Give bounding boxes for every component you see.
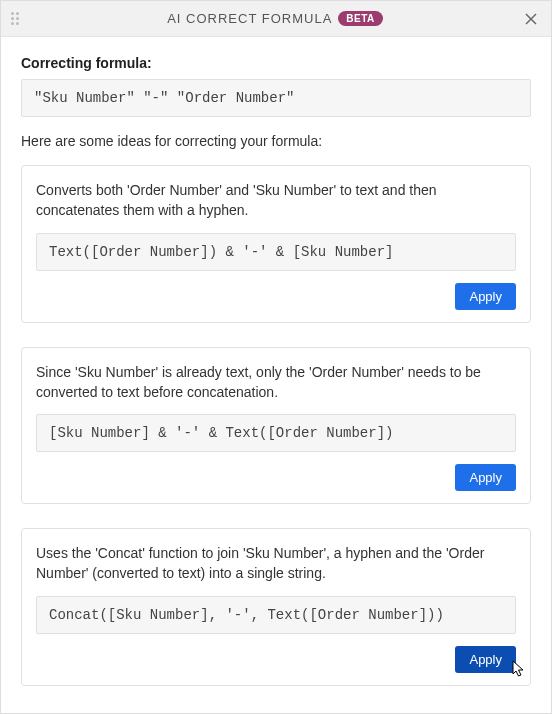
apply-button[interactable]: Apply xyxy=(455,646,516,673)
apply-button[interactable]: Apply xyxy=(455,464,516,491)
original-formula-box: "Sku Number" "-" "Order Number" xyxy=(21,79,531,117)
panel-content: Correcting formula: "Sku Number" "-" "Or… xyxy=(1,37,551,713)
suggestion-description: Converts both 'Order Number' and 'Sku Nu… xyxy=(36,180,516,221)
suggestion-formula: [Sku Number] & '-' & Text([Order Number]… xyxy=(36,414,516,452)
suggestion-formula: Concat([Sku Number], '-', Text([Order Nu… xyxy=(36,596,516,634)
header-title-wrap: AI CORRECT FORMULA BETA xyxy=(29,11,521,26)
suggestion-card: Converts both 'Order Number' and 'Sku Nu… xyxy=(21,165,531,323)
suggestion-description: Since 'Sku Number' is already text, only… xyxy=(36,362,516,403)
drag-handle-icon[interactable] xyxy=(11,12,21,26)
panel-title: AI CORRECT FORMULA xyxy=(167,11,332,26)
suggestion-card: Since 'Sku Number' is already text, only… xyxy=(21,347,531,505)
apply-button[interactable]: Apply xyxy=(455,283,516,310)
suggestion-description: Uses the 'Concat' function to join 'Sku … xyxy=(36,543,516,584)
ai-correct-formula-panel: AI CORRECT FORMULA BETA Correcting formu… xyxy=(0,0,552,714)
close-icon[interactable] xyxy=(521,9,541,29)
beta-badge: BETA xyxy=(338,11,382,26)
intro-text: Here are some ideas for correcting your … xyxy=(21,133,531,149)
suggestion-card: Uses the 'Concat' function to join 'Sku … xyxy=(21,528,531,686)
panel-header: AI CORRECT FORMULA BETA xyxy=(1,1,551,37)
correcting-label: Correcting formula: xyxy=(21,55,531,71)
suggestion-formula: Text([Order Number]) & '-' & [Sku Number… xyxy=(36,233,516,271)
